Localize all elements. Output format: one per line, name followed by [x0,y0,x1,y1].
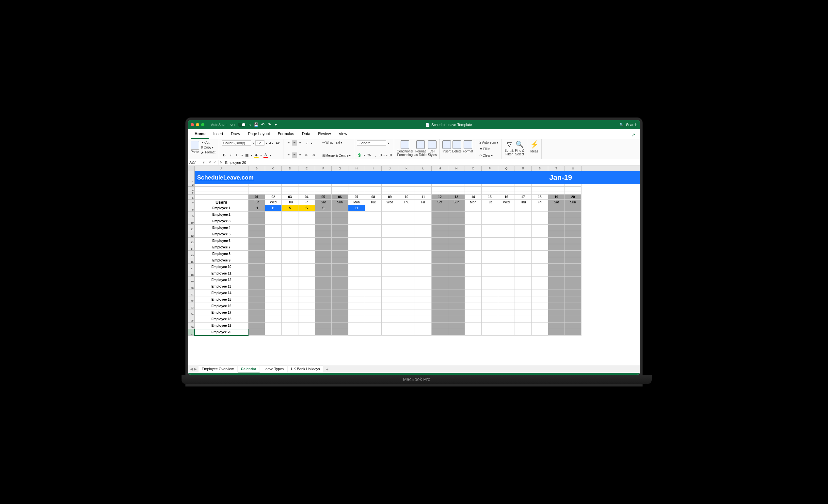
leave-cell[interactable] [448,296,465,303]
cell[interactable] [548,189,565,192]
day-name-cell[interactable]: Sun [565,200,581,205]
leave-cell[interactable] [348,218,365,224]
row-header[interactable]: 7 [188,200,195,205]
leave-cell[interactable] [382,257,398,264]
day-number-cell[interactable]: 18 [532,195,548,200]
maximize-window-button[interactable] [201,123,204,126]
leave-cell[interactable] [532,296,548,303]
leave-cell[interactable] [548,231,565,238]
cell[interactable] [265,184,282,187]
increase-decimal-icon[interactable]: .0→ [379,153,385,158]
leave-cell[interactable] [282,224,298,231]
leave-cell[interactable] [448,257,465,264]
leave-cell[interactable] [315,224,332,231]
column-header[interactable]: D [282,166,298,171]
cell[interactable] [332,184,348,187]
leave-cell[interactable] [365,212,382,218]
leave-cell[interactable] [298,251,315,257]
add-sheet-button[interactable]: + [323,367,331,372]
cell[interactable] [398,184,415,187]
leave-cell[interactable] [398,212,415,218]
cell[interactable] [248,187,265,189]
leave-cell[interactable] [532,218,548,224]
cell[interactable] [248,184,265,187]
leave-cell[interactable] [398,244,415,251]
leave-cell[interactable] [465,224,482,231]
leave-cell[interactable] [332,264,348,270]
leave-cell[interactable] [365,270,382,277]
row-header[interactable]: 8 [188,205,195,212]
leave-cell[interactable] [515,224,532,231]
leave-cell[interactable] [365,309,382,316]
leave-cell[interactable] [448,329,465,336]
cell[interactable] [332,187,348,189]
employee-name-cell[interactable]: Employee 6 [195,238,248,244]
sort-filter-button[interactable]: ▽Sort & Filter [504,140,513,156]
leave-cell[interactable] [415,238,431,244]
cell[interactable] [365,187,382,189]
copy-button[interactable]: ⎘Copy▾ [201,145,216,150]
cell[interactable] [282,192,298,195]
leave-cell[interactable] [315,270,332,277]
cell[interactable] [195,184,248,187]
cell[interactable] [431,184,448,187]
leave-cell[interactable] [448,244,465,251]
cell[interactable] [482,189,498,192]
leave-cell[interactable] [248,244,265,251]
cell[interactable] [398,192,415,195]
save-icon[interactable]: 💾 [254,122,259,127]
employee-name-cell[interactable]: Employee 7 [195,244,248,251]
day-name-cell[interactable]: Fri [298,200,315,205]
leave-cell[interactable] [465,303,482,309]
leave-cell[interactable] [282,218,298,224]
cell[interactable] [515,192,532,195]
leave-cell[interactable] [282,244,298,251]
day-name-cell[interactable]: Sat [548,200,565,205]
row-header[interactable]: 4 [188,189,195,192]
leave-cell[interactable] [298,218,315,224]
cell[interactable] [465,187,482,189]
leave-cell[interactable] [265,323,282,329]
day-number-cell[interactable]: 14 [465,195,482,200]
chevron-down-icon[interactable]: ▾ [252,141,254,145]
leave-cell[interactable] [548,264,565,270]
cell[interactable] [282,184,298,187]
leave-cell[interactable] [482,283,498,290]
day-name-cell[interactable]: Tue [482,200,498,205]
leave-cell[interactable] [515,270,532,277]
employee-name-cell[interactable]: Employee 16 [195,303,248,309]
leave-cell[interactable] [382,231,398,238]
leave-cell[interactable] [382,238,398,244]
leave-cell[interactable] [365,296,382,303]
leave-cell[interactable] [348,238,365,244]
leave-cell[interactable] [382,283,398,290]
chevron-down-icon[interactable]: ▾ [266,141,267,145]
leave-cell[interactable] [465,323,482,329]
number-format-select[interactable]: General [357,140,386,145]
leave-cell[interactable] [565,283,581,290]
cell[interactable] [415,184,431,187]
day-name-cell[interactable]: Fri [415,200,431,205]
row-header[interactable]: 13 [188,238,195,244]
leave-cell[interactable] [382,290,398,296]
column-header[interactable]: H [348,166,365,171]
leave-cell[interactable] [415,244,431,251]
column-header[interactable]: P [482,166,498,171]
leave-cell[interactable] [265,212,282,218]
leave-cell[interactable] [465,277,482,283]
format-as-table-button[interactable]: Format as Table [414,140,426,157]
leave-cell[interactable] [348,296,365,303]
tab-draw[interactable]: Draw [227,130,243,139]
leave-cell[interactable] [498,283,515,290]
leave-cell[interactable] [431,212,448,218]
leave-cell[interactable] [365,251,382,257]
leave-cell[interactable] [382,309,398,316]
leave-cell[interactable] [398,316,415,323]
share-icon[interactable]: ↗ [630,131,637,139]
leave-cell[interactable] [382,323,398,329]
cell[interactable] [565,192,581,195]
leave-cell[interactable] [348,290,365,296]
leave-cell[interactable] [282,270,298,277]
leave-cell[interactable] [448,316,465,323]
day-number-cell[interactable]: 08 [365,195,382,200]
